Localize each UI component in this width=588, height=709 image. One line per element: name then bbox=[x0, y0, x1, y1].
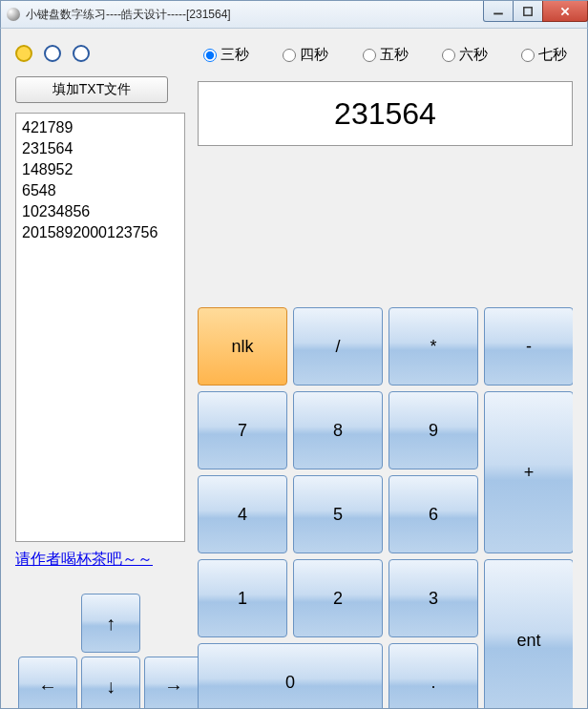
time-option[interactable]: 五秒 bbox=[363, 46, 409, 64]
list-item[interactable]: 10234856 bbox=[22, 201, 178, 222]
donate-text: 请作者喝杯茶吧～～ bbox=[15, 551, 153, 567]
add-txt-button[interactable]: 填加TXT文件 bbox=[15, 76, 168, 103]
status-dot-1[interactable] bbox=[15, 45, 32, 62]
time-option[interactable]: 四秒 bbox=[283, 46, 328, 64]
time-label: 五秒 bbox=[380, 46, 409, 64]
app-icon bbox=[7, 8, 20, 21]
time-radio[interactable] bbox=[283, 49, 296, 62]
time-option[interactable]: 三秒 bbox=[203, 46, 249, 64]
time-label: 四秒 bbox=[300, 46, 328, 64]
time-label: 三秒 bbox=[220, 46, 249, 64]
key-5[interactable]: 5 bbox=[293, 475, 383, 553]
svg-rect-1 bbox=[524, 7, 532, 14]
divide-key[interactable]: / bbox=[293, 307, 383, 386]
decimal-key[interactable]: . bbox=[388, 643, 478, 708]
time-option[interactable]: 六秒 bbox=[442, 46, 488, 64]
key-3[interactable]: 3 bbox=[388, 559, 478, 637]
window-title: 小键盘数字练习----皓天设计-----[231564] bbox=[26, 7, 483, 23]
minimize-button[interactable] bbox=[483, 1, 514, 22]
donate-link[interactable]: 请作者喝杯茶吧～～ bbox=[15, 550, 153, 570]
key-9[interactable]: 9 bbox=[388, 391, 478, 469]
key-0[interactable]: 0 bbox=[198, 643, 383, 708]
list-item[interactable]: 148952 bbox=[22, 159, 178, 180]
key-8[interactable]: 8 bbox=[293, 391, 383, 469]
numlock-key[interactable]: nlk bbox=[198, 307, 287, 386]
arrow-left-key[interactable]: ← bbox=[18, 657, 77, 708]
time-radio-group: 三秒四秒五秒六秒七秒 bbox=[198, 40, 573, 70]
key-7[interactable]: 7 bbox=[198, 391, 287, 469]
time-radio[interactable] bbox=[521, 49, 535, 62]
add-txt-label: 填加TXT文件 bbox=[52, 81, 131, 98]
key-1[interactable]: 1 bbox=[198, 559, 287, 637]
time-label: 七秒 bbox=[538, 46, 567, 64]
enter-key[interactable]: ent bbox=[484, 559, 573, 708]
subtract-key[interactable]: - bbox=[484, 307, 573, 386]
time-radio[interactable] bbox=[203, 49, 217, 62]
keypad: nlk / * - 7 8 9 + 4 5 6 1 2 3 ent 0 . bbox=[198, 307, 573, 708]
arrow-down-key[interactable]: ↓ bbox=[81, 657, 140, 708]
list-item[interactable]: 6548 bbox=[22, 180, 178, 201]
window-titlebar: 小键盘数字练习----皓天设计-----[231564] bbox=[0, 0, 588, 29]
list-item[interactable]: 231564 bbox=[22, 138, 178, 159]
time-option[interactable]: 七秒 bbox=[521, 46, 567, 64]
arrow-right-key[interactable]: → bbox=[144, 657, 203, 708]
close-button[interactable] bbox=[542, 1, 588, 22]
status-dot-3[interactable] bbox=[73, 45, 90, 62]
status-dot-2[interactable] bbox=[44, 45, 61, 62]
time-radio[interactable] bbox=[442, 49, 455, 62]
time-radio[interactable] bbox=[363, 49, 376, 62]
key-6[interactable]: 6 bbox=[388, 475, 478, 553]
key-4[interactable]: 4 bbox=[198, 475, 287, 553]
number-display: 231564 bbox=[198, 81, 573, 146]
multiply-key[interactable]: * bbox=[388, 307, 478, 386]
plus-key[interactable]: + bbox=[484, 391, 573, 553]
time-label: 六秒 bbox=[459, 46, 488, 64]
number-list[interactable]: 4217892315641489526548102348562015892000… bbox=[15, 113, 185, 542]
display-value: 231564 bbox=[334, 96, 436, 132]
key-2[interactable]: 2 bbox=[293, 559, 383, 637]
maximize-button[interactable] bbox=[513, 1, 543, 22]
list-item[interactable]: 421789 bbox=[22, 117, 178, 138]
arrow-up-key[interactable]: ↑ bbox=[81, 594, 140, 653]
list-item[interactable]: 2015892000123756 bbox=[22, 222, 178, 243]
